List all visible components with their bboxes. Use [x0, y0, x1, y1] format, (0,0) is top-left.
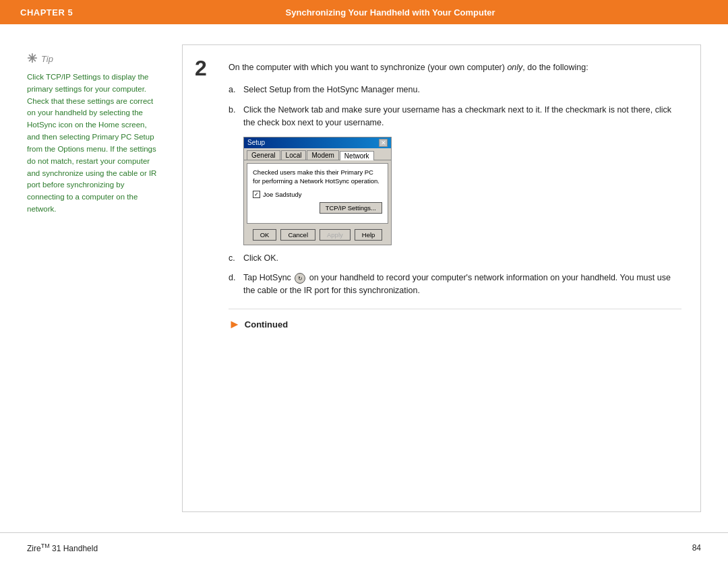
footer: ZireTM 31 Handheld 84	[0, 532, 728, 562]
dialog-titlebar: Setup ✕	[244, 137, 391, 148]
content-area: ✳ Tip Click TCP/IP Settings to display t…	[0, 24, 728, 532]
dialog-ok-button[interactable]: OK	[253, 229, 277, 241]
dialog-cancel-button[interactable]: Cancel	[280, 229, 315, 241]
dialog-tab-local[interactable]: Local	[281, 150, 307, 160]
step-text-c: Click OK.	[243, 252, 681, 265]
dialog-apply-button[interactable]: Apply	[320, 229, 351, 241]
step-item-a: a. Select Setup from the HotSync Manager…	[229, 84, 681, 96]
dialog-title: Setup	[247, 139, 265, 146]
continued-label: Continued	[245, 319, 288, 330]
tip-label: Tip	[41, 54, 53, 64]
step-content: On the computer with which you want to s…	[229, 61, 681, 332]
dialog-body-text: Checked users make this their Primary PC…	[253, 168, 382, 186]
tcp-ip-settings-button[interactable]: TCP/IP Settings...	[320, 202, 382, 214]
step-item-d: d. Tap HotSync ↻ on your handheld to rec…	[229, 272, 681, 298]
continued-row: ► Continued	[229, 309, 681, 332]
step-text-a: Select Setup from the HotSync Manager me…	[243, 84, 681, 96]
footer-product: ZireTM 31 Handheld	[27, 542, 98, 553]
dialog-body: Checked users make this their Primary PC…	[247, 163, 388, 224]
dialog-tab-modem[interactable]: Modem	[307, 150, 338, 160]
step-label-b: b.	[229, 104, 238, 130]
hotsync-icon: ↻	[295, 273, 305, 284]
step-intro: On the computer with which you want to s…	[229, 61, 681, 74]
step-text-b: Click the Network tab and make sure your…	[243, 104, 681, 130]
header-bar: CHAPTER 5 Synchronizing Your Handheld wi…	[0, 0, 728, 24]
setup-dialog-screenshot: Setup ✕ General Local Modem Network Chec…	[243, 137, 392, 245]
dialog-close-icon[interactable]: ✕	[379, 139, 388, 147]
dialog-checkbox-label: Joe Sadstudy	[263, 191, 302, 198]
step-item-c: c. Click OK.	[229, 252, 681, 265]
step-label-d: d.	[229, 272, 238, 298]
tip-header: ✳ Tip	[27, 51, 162, 66]
step-label-c: c.	[229, 252, 238, 265]
dialog-checkbox[interactable]: ✓	[253, 191, 260, 198]
step-label-a: a.	[229, 84, 238, 96]
dialog-checkbox-row: ✓ Joe Sadstudy	[253, 191, 382, 198]
tip-asterisk-icon: ✳	[27, 51, 37, 66]
dialog-tabs: General Local Modem Network	[244, 148, 391, 160]
dialog-help-button[interactable]: Help	[355, 229, 383, 241]
step-item-b: b. Click the Network tab and make sure y…	[229, 104, 681, 130]
main-content-box: 2 On the computer with which you want to…	[182, 44, 701, 512]
chapter-title: Synchronizing Your Handheld with Your Co…	[73, 7, 708, 18]
footer-page-number: 84	[692, 543, 701, 553]
dialog-tab-network[interactable]: Network	[340, 151, 374, 160]
dialog-footer: OK Cancel Apply Help	[244, 226, 391, 245]
step-text-d: Tap HotSync ↻ on your handheld to record…	[243, 272, 681, 298]
chapter-label: CHAPTER 5	[20, 7, 73, 18]
continued-arrow-icon: ►	[229, 317, 241, 332]
dialog-tab-general[interactable]: General	[247, 150, 280, 160]
sidebar-tip: ✳ Tip Click TCP/IP Settings to display t…	[27, 44, 162, 512]
tip-text: Click TCP/IP Settings to display the pri…	[27, 71, 162, 216]
step-number: 2	[195, 57, 207, 79]
